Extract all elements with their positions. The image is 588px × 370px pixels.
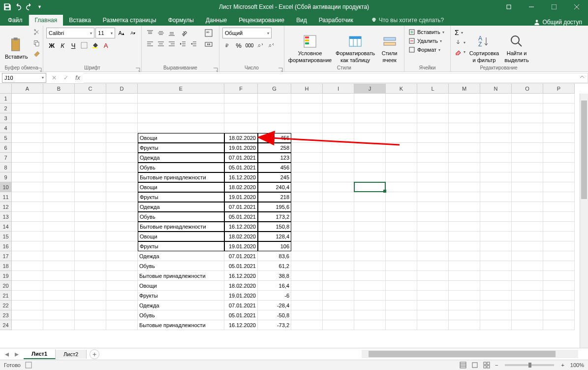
autosum-button[interactable]: Σ▾: [454, 28, 466, 37]
ribbon-display-icon[interactable]: [497, 0, 520, 14]
cell-K23[interactable]: [386, 310, 417, 320]
cell-K9[interactable]: [386, 172, 417, 182]
cell-L16[interactable]: [417, 241, 449, 251]
cell-D9[interactable]: [106, 172, 138, 182]
cell-B17[interactable]: [43, 251, 75, 261]
cell-G3[interactable]: [258, 113, 291, 123]
cell-G23[interactable]: -50,8: [258, 310, 291, 320]
cell-F14[interactable]: 16.12.2020: [224, 222, 258, 232]
cell-C13[interactable]: [75, 212, 106, 222]
cell-O2[interactable]: [512, 103, 543, 113]
cell-H12[interactable]: [291, 202, 323, 212]
number-dialog-launcher[interactable]: [278, 66, 283, 70]
cell-D3[interactable]: [106, 113, 138, 123]
cell-B4[interactable]: [43, 123, 75, 133]
cell-F18[interactable]: 05.01.2021: [224, 261, 258, 271]
cell-L19[interactable]: [417, 271, 449, 281]
cell-D15[interactable]: [106, 232, 138, 241]
cell-D7[interactable]: [106, 153, 138, 163]
alignment-dialog-launcher[interactable]: [213, 66, 218, 70]
cell-K18[interactable]: [386, 261, 417, 271]
qat-customize-icon[interactable]: ▼: [35, 4, 44, 9]
cell-P1[interactable]: [543, 94, 575, 103]
fill-color-button[interactable]: [90, 40, 100, 51]
cell-P24[interactable]: [543, 320, 575, 330]
cell-F24[interactable]: 16.12.2020: [224, 320, 258, 330]
row-header-21[interactable]: 21: [0, 291, 12, 301]
cell-K5[interactable]: [386, 133, 417, 143]
row-header-2[interactable]: 2: [0, 103, 12, 113]
cell-P6[interactable]: [543, 143, 575, 153]
cell-J4[interactable]: [354, 123, 386, 133]
cell-H6[interactable]: [291, 143, 323, 153]
cell-A22[interactable]: [12, 301, 43, 310]
row-header-6[interactable]: 6: [0, 143, 12, 153]
cell-A13[interactable]: [12, 212, 43, 222]
row-header-4[interactable]: 4: [0, 123, 12, 133]
cell-O5[interactable]: [512, 133, 543, 143]
cell-N22[interactable]: [480, 301, 512, 310]
cell-P15[interactable]: [543, 232, 575, 241]
decrease-indent-button[interactable]: [177, 38, 188, 49]
cell-D24[interactable]: [106, 320, 138, 330]
cell-E16[interactable]: Фрукты: [138, 241, 224, 251]
cell-B18[interactable]: [43, 261, 75, 271]
font-dialog-launcher[interactable]: [135, 66, 140, 70]
cell-N6[interactable]: [480, 143, 512, 153]
cell-P16[interactable]: [543, 241, 575, 251]
cell-B8[interactable]: [43, 163, 75, 172]
cell-M6[interactable]: [449, 143, 480, 153]
cell-N20[interactable]: [480, 281, 512, 291]
cell-F5[interactable]: 18.02.2020: [224, 133, 258, 143]
cell-P7[interactable]: [543, 153, 575, 163]
tab-insert[interactable]: Вставка: [63, 15, 97, 26]
cell-N13[interactable]: [480, 212, 512, 222]
cell-N8[interactable]: [480, 163, 512, 172]
cell-B12[interactable]: [43, 202, 75, 212]
cell-O24[interactable]: [512, 320, 543, 330]
row-header-7[interactable]: 7: [0, 153, 12, 163]
cell-A9[interactable]: [12, 172, 43, 182]
cell-H15[interactable]: [291, 232, 323, 241]
cell-C19[interactable]: [75, 271, 106, 281]
cell-N4[interactable]: [480, 123, 512, 133]
row-header-3[interactable]: 3: [0, 113, 12, 123]
scroll-thumb[interactable]: [581, 101, 587, 199]
cell-K16[interactable]: [386, 241, 417, 251]
cell-B21[interactable]: [43, 291, 75, 301]
align-right-button[interactable]: [166, 38, 177, 49]
cell-D22[interactable]: [106, 301, 138, 310]
cell-C16[interactable]: [75, 241, 106, 251]
undo-icon[interactable]: [14, 2, 23, 11]
cell-H21[interactable]: [291, 291, 323, 301]
cell-O16[interactable]: [512, 241, 543, 251]
cell-F10[interactable]: 18.02.2020: [224, 182, 258, 192]
cell-I20[interactable]: [323, 281, 354, 291]
comma-button[interactable]: 000: [244, 40, 255, 51]
cell-I24[interactable]: [323, 320, 354, 330]
cell-F13[interactable]: 05.01.2021: [224, 212, 258, 222]
row-header-20[interactable]: 20: [0, 281, 12, 291]
zoom-level[interactable]: 100%: [570, 362, 584, 368]
decrease-decimal-button[interactable]: ,0: [266, 40, 277, 51]
cell-P23[interactable]: [543, 310, 575, 320]
cell-E1[interactable]: [138, 94, 224, 103]
zoom-in-button[interactable]: +: [559, 362, 566, 368]
align-top-button[interactable]: [145, 28, 155, 38]
row-header-14[interactable]: 14: [0, 222, 12, 232]
cell-J16[interactable]: [354, 241, 386, 251]
cell-A20[interactable]: [12, 281, 43, 291]
cell-C4[interactable]: [75, 123, 106, 133]
cell-M16[interactable]: [449, 241, 480, 251]
cell-F21[interactable]: 19.01.2020: [224, 291, 258, 301]
cell-L15[interactable]: [417, 232, 449, 241]
zoom-slider[interactable]: [505, 364, 554, 366]
cell-B19[interactable]: [43, 271, 75, 281]
cell-P13[interactable]: [543, 212, 575, 222]
cell-G24[interactable]: -73,2: [258, 320, 291, 330]
cell-L18[interactable]: [417, 261, 449, 271]
cell-C22[interactable]: [75, 301, 106, 310]
cell-C24[interactable]: [75, 320, 106, 330]
cell-D4[interactable]: [106, 123, 138, 133]
format-as-table-button[interactable]: Форматировать как таблицу: [334, 27, 376, 70]
